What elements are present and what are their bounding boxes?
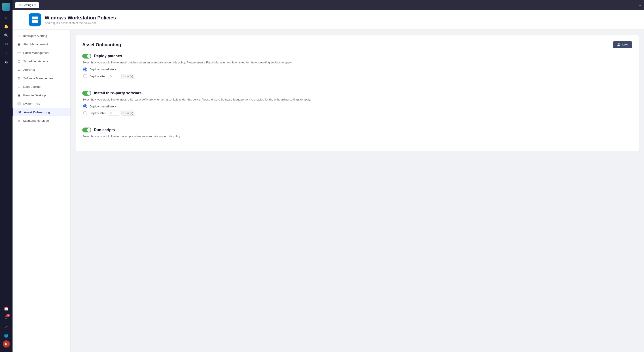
maintenance-mode-icon: ⚠ — [17, 119, 21, 123]
remote-desktop-icon: ▣ — [17, 93, 21, 97]
system-tray-icon: ⬜ — [17, 102, 21, 106]
avatar[interactable]: R — [3, 340, 10, 348]
deploy-immediately-patches-radio[interactable] — [83, 67, 87, 71]
save-label: Save — [622, 43, 628, 46]
calendar-icon-btn[interactable]: 📅 — [2, 305, 10, 313]
card-header: Asset Onboarding 💾 Save — [82, 41, 632, 48]
sidebar-item-scheduled-actions[interactable]: {/} Scheduled Actions — [12, 57, 70, 65]
sidebar-item-remote-desktop[interactable]: ▣ Remote Desktop — [12, 91, 70, 99]
settings-icon: ⚙ — [5, 60, 8, 64]
icon-bar: ⌂ 🔔 🔍 ⧉ ＋ ⚙ 📅 ⏱ 3 ↗ 🌐 R — [0, 0, 12, 352]
sidebar-item-system-tray[interactable]: ⬜ System Tray — [12, 99, 70, 108]
deploy-after-software-option[interactable]: Deploy after Hour(s) — [83, 111, 632, 116]
header-text: Windows Workstation Policies Add a quick… — [45, 15, 639, 24]
back-button[interactable]: ← — [18, 16, 25, 23]
windows-logo — [32, 16, 38, 23]
deploy-after-patches-suffix: Hour(s) — [122, 74, 135, 79]
run-scripts-header: Run scripts — [82, 128, 632, 133]
main-panel: Asset Onboarding 💾 Save Deploy patches S… — [71, 30, 644, 352]
deploy-after-software-radio[interactable] — [83, 111, 87, 115]
body-layout: ◎ Intelligent Alerting ◉ Alert Managemen… — [12, 30, 644, 352]
timer-icon-btn[interactable]: ⏱ 3 — [2, 314, 10, 322]
deploy-immediately-software-radio[interactable] — [83, 104, 87, 108]
app-thumbnail[interactable] — [2, 3, 10, 11]
plus-icon: ＋ — [4, 51, 8, 56]
deploy-immediately-software-option[interactable]: Deploy Immediately — [83, 104, 632, 108]
software-management-icon: ⊟ — [17, 76, 21, 80]
sidebar-item-software-management[interactable]: ⊟ Software Management — [12, 74, 70, 82]
page-title: Windows Workstation Policies — [45, 15, 639, 21]
deploy-immediately-patches-label: Deploy Immediately — [90, 68, 116, 71]
tab-label: Settings — [22, 3, 33, 7]
asset-onboarding-icon: ⊠ — [18, 110, 22, 114]
main-window: ⚙ Settings × ⌄ ← Windows Workstation Pol… — [12, 0, 644, 352]
sidebar-item-alert-management[interactable]: ◉ Alert Management — [12, 40, 70, 48]
deploy-after-software-label: Deploy after — [90, 111, 106, 115]
deploy-after-patches-option[interactable]: Deploy after Hour(s) — [83, 74, 632, 79]
share-icon-btn[interactable]: ↗ — [2, 323, 10, 331]
globe-icon-btn[interactable]: 🌐 — [2, 332, 10, 340]
sidebar-label-asset-onboarding: Asset Onboarding — [24, 111, 50, 114]
install-third-party-header: Install third-party software — [82, 91, 632, 96]
deploy-after-patches-input[interactable] — [108, 74, 119, 79]
sidebar-item-patch-management[interactable]: </> Patch Management — [12, 48, 70, 57]
share-icon: ↗ — [5, 325, 8, 329]
layers-icon: ⧉ — [5, 42, 8, 46]
sidebar-nav: ◎ Intelligent Alerting ◉ Alert Managemen… — [12, 30, 71, 352]
sidebar-item-asset-onboarding[interactable]: ⊠ Asset Onboarding — [12, 108, 70, 116]
icon-bar-top: ⌂ 🔔 🔍 ⧉ ＋ ⚙ — [2, 3, 10, 304]
deploy-patches-title: Deploy patches — [94, 54, 122, 58]
bell-icon-btn[interactable]: 🔔 — [2, 22, 10, 30]
search-icon: 🔍 — [4, 33, 8, 37]
bell-icon: 🔔 — [4, 24, 8, 29]
deploy-patches-section: Deploy patches Select how you would like… — [82, 54, 632, 79]
install-third-party-radio-group: Deploy Immediately Deploy after Hour(s) — [83, 104, 632, 116]
deploy-patches-radio-group: Deploy Immediately Deploy after Hour(s) — [83, 67, 632, 79]
deploy-after-patches-label: Deploy after — [90, 75, 106, 78]
layers-icon-btn[interactable]: ⧉ — [2, 40, 10, 48]
content-area: ← Windows Workstation Policies Add a qui… — [12, 10, 644, 352]
save-icon: 💾 — [617, 43, 620, 46]
run-scripts-toggle[interactable] — [82, 128, 91, 133]
deploy-patches-toggle[interactable] — [82, 54, 91, 58]
install-third-party-toggle[interactable] — [82, 91, 91, 96]
scheduled-actions-icon: {/} — [17, 59, 21, 63]
intelligent-alerting-icon: ◎ — [17, 34, 21, 38]
sidebar-item-maintenance-mode[interactable]: ⚠ Maintenance Mode — [12, 116, 70, 125]
sidebar-item-intelligent-alerting[interactable]: ◎ Intelligent Alerting — [12, 31, 70, 40]
divider-1 — [82, 85, 632, 85]
deploy-patches-description: Select how you would like to install pat… — [82, 60, 632, 65]
data-backup-icon: ⊡ — [17, 85, 21, 89]
save-button[interactable]: 💾 Save — [613, 41, 632, 48]
settings-icon-btn[interactable]: ⚙ — [2, 58, 10, 66]
expand-button[interactable]: ⌄ — [638, 3, 641, 7]
deploy-immediately-patches-option[interactable]: Deploy Immediately — [83, 67, 632, 71]
home-icon-btn[interactable]: ⌂ — [2, 13, 10, 21]
patch-management-icon: </> — [17, 51, 21, 55]
install-third-party-section: Install third-party software Select how … — [82, 91, 632, 116]
page-description: Add a quick description of the policy se… — [45, 21, 639, 24]
page-header: ← Windows Workstation Policies Add a qui… — [12, 10, 644, 30]
sidebar-label-intelligent-alerting: Intelligent Alerting — [23, 34, 47, 37]
settings-tab[interactable]: ⚙ Settings × — [15, 2, 39, 8]
sidebar-label-remote-desktop: Remote Desktop — [23, 94, 46, 97]
sidebar-label-data-backup: Data Backup — [23, 85, 40, 88]
deploy-after-software-suffix: Hour(s) — [122, 111, 135, 116]
asset-onboarding-card: Asset Onboarding 💾 Save Deploy patches S… — [76, 35, 639, 151]
win-quad-3 — [32, 20, 35, 23]
deploy-after-patches-radio[interactable] — [83, 74, 87, 78]
title-bar: ⚙ Settings × ⌄ — [12, 0, 644, 10]
sidebar-item-data-backup[interactable]: ⊡ Data Backup — [12, 82, 70, 91]
deploy-after-software-input[interactable] — [108, 111, 119, 116]
tab-close-button[interactable]: × — [34, 3, 36, 6]
plus-icon-btn[interactable]: ＋ — [2, 49, 10, 57]
install-third-party-description: Select how you would like to install thi… — [82, 97, 632, 102]
sidebar-label-patch-management: Patch Management — [23, 51, 50, 54]
sidebar-label-scheduled-actions: Scheduled Actions — [23, 60, 48, 63]
search-icon-btn[interactable]: 🔍 — [2, 31, 10, 39]
run-scripts-title: Run scripts — [94, 128, 115, 132]
win-quad-4 — [35, 20, 38, 23]
deploy-patches-header: Deploy patches — [82, 54, 632, 58]
sidebar-item-antivirus[interactable]: ⊙ Antivirus — [12, 65, 70, 74]
antivirus-icon: ⊙ — [17, 68, 21, 72]
